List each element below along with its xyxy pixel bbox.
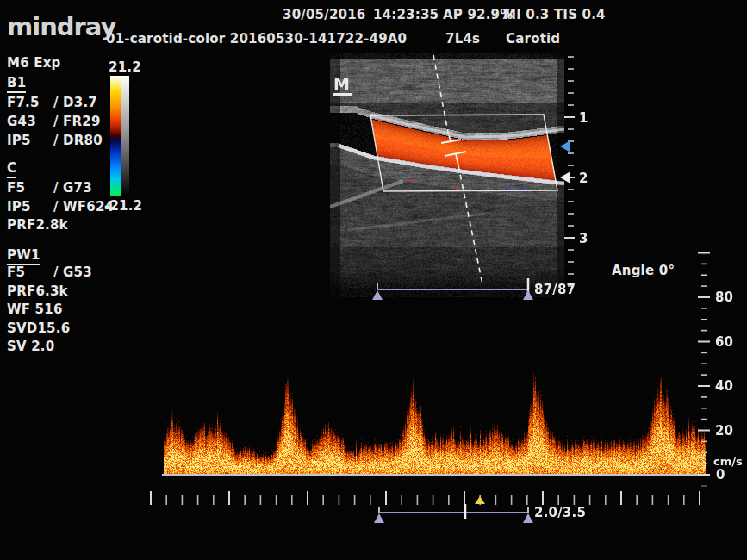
velocity-ruler-ticks (698, 253, 710, 486)
cine-frame-counter: 87/87 (534, 282, 576, 297)
pw-svd-readout: SVD15.6 (7, 320, 70, 336)
system-name: M6 Exp (7, 55, 60, 71)
sweep-start-handle[interactable] (374, 513, 384, 523)
time-text: 14:23:35 (373, 7, 439, 22)
pw-mode-row: F5/ G53 (7, 264, 92, 280)
param-value: / D3.7 (53, 95, 97, 110)
mi-tis-readout: MI 0.3 TIS 0.4 (503, 7, 606, 22)
color-gradient-strip (110, 76, 121, 196)
cine-end-handle[interactable] (523, 290, 533, 300)
sweep-end-handle[interactable] (523, 513, 533, 523)
color-scale-max: 21.2 (109, 59, 141, 75)
doppler-cursor-line[interactable] (433, 55, 449, 137)
velocity-label: 60 (715, 334, 733, 350)
pw-mode-title: PW1 (7, 247, 40, 265)
b-mode-row: IP5/ DR80 (7, 133, 103, 148)
velocity-label: 40 (715, 378, 733, 394)
depth-ruler-ticks (564, 57, 575, 286)
probe-name: 7L4s (445, 31, 480, 47)
color-scale-min: -21.2 (104, 198, 142, 214)
mindray-logo: mindray (7, 12, 115, 41)
color-focus-marker-icon (560, 140, 570, 152)
color-mode-title: C (7, 160, 16, 178)
b-mode-title: B1 (7, 75, 26, 93)
pw-sv-readout: SV 2.0 (7, 339, 54, 354)
ultrasound-screen: mindray 30/05/2016 14:23:35 AP 92.9% MI … (0, 0, 747, 560)
param-value: F5 (7, 264, 53, 280)
pw-prf-readout: PRF6.3k (7, 283, 68, 299)
pw-spectrum (159, 339, 707, 478)
cine-start-handle[interactable] (372, 290, 383, 300)
color-mode-row: IP5/ WF624 (7, 199, 114, 215)
pw-mode-title-text: PW1 (7, 247, 40, 265)
param-value: / FR29 (53, 114, 101, 129)
velocity-zero-label: 0 (716, 467, 725, 482)
velocity-unit: cm/s (713, 455, 743, 468)
param-value: G43 (7, 114, 53, 129)
b-mode-row: G43/ FR29 (7, 114, 101, 129)
exam-id-text: 01-carotid-color 20160530-141722-49A0 (106, 31, 407, 47)
color-prf-readout: PRF2.8k (7, 217, 68, 233)
depth-label: 3 (579, 231, 588, 246)
preset-name: Carotid (506, 31, 560, 47)
depth-ruler: 1 2 3 (556, 50, 603, 302)
velocity-label: 20 (715, 423, 733, 439)
doppler-cursor-line[interactable] (458, 165, 482, 284)
depth-label: 2 (579, 171, 588, 186)
velocity-label: 80 (715, 289, 733, 305)
gray-gradient-strip (121, 76, 129, 196)
color-scale-bar (110, 76, 129, 196)
color-mode-title-text: C (7, 160, 16, 178)
param-value: / G53 (53, 264, 92, 280)
param-value: IP5 (7, 133, 53, 148)
focus-marker-icon (560, 171, 570, 184)
angle-readout: Angle 0° (612, 263, 675, 278)
color-mode-row: F5/ G73 (7, 180, 92, 196)
param-value: / G73 (53, 180, 92, 196)
sample-gate[interactable] (441, 135, 466, 165)
b-mode-title-text: B1 (7, 75, 26, 93)
param-value: F5 (7, 180, 53, 196)
param-value: IP5 (7, 199, 53, 215)
sweep-position-readout: 2.0/3.5 (534, 505, 586, 520)
velocity-ruler: 80 60 40 20 cm/s 0 (694, 248, 747, 502)
b-mode-row: F7.5/ D3.7 (7, 95, 97, 110)
depth-label: 1 (579, 110, 588, 126)
bmode-overlay (330, 53, 575, 297)
param-value: / DR80 (53, 133, 103, 148)
param-value: F7.5 (7, 95, 53, 110)
date-text: 30/05/2016 (283, 7, 365, 22)
pw-wf-readout: WF 516 (7, 302, 63, 317)
